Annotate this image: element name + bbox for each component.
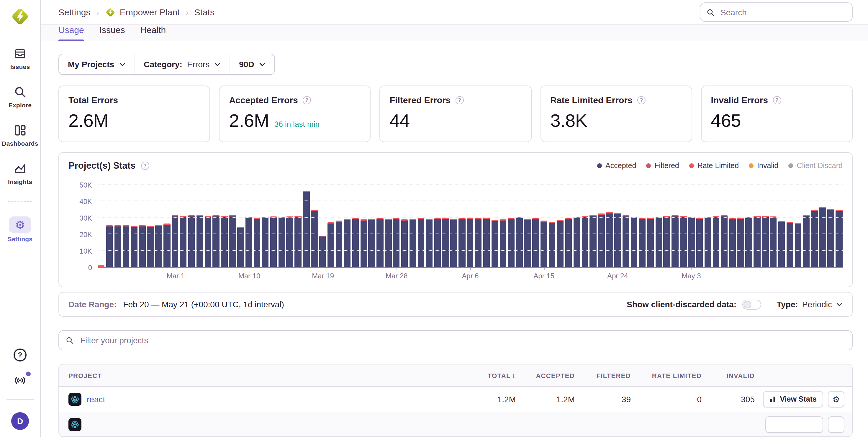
x-axis-tick	[323, 268, 324, 270]
date-period-dropdown[interactable]: 90D	[229, 54, 274, 74]
question-circle-icon[interactable]: ?	[456, 96, 464, 104]
tab-issues[interactable]: Issues	[99, 25, 125, 41]
bar-accepted-segment	[131, 227, 137, 267]
project-search-input[interactable]	[79, 335, 845, 345]
sidebar-item-label: Settings	[8, 235, 33, 242]
chart-bar	[262, 217, 269, 267]
bar-accepted-segment	[229, 216, 236, 267]
sidebar-item-settings[interactable]: ⚙ Settings	[0, 216, 40, 242]
chart-bar	[598, 213, 605, 267]
legend-item-rate-limited[interactable]: Rate Limited	[689, 162, 739, 170]
chart-bar	[565, 218, 572, 267]
chart-bar	[98, 265, 105, 267]
client-discard-toggle-label: Show client-discarded data:	[627, 300, 736, 309]
sidebar-item-explore[interactable]: Explore	[0, 85, 40, 108]
chart-y-axis: 010K20K30K40K50K	[68, 179, 98, 268]
bar-accepted-segment	[582, 217, 588, 267]
client-discard-toggle[interactable]	[742, 299, 761, 309]
y-axis-label: 30K	[80, 214, 92, 222]
chart-bar	[459, 218, 465, 267]
project-filter-label: My Projects	[68, 60, 114, 69]
category-dropdown[interactable]: Category: Errors	[134, 54, 229, 74]
sentry-logo-icon[interactable]	[10, 6, 30, 27]
bar-accepted-segment	[573, 218, 580, 267]
breadcrumb-settings[interactable]: Settings	[58, 7, 90, 17]
chart-bar	[672, 215, 679, 267]
bar-accepted-segment	[115, 227, 121, 267]
chart-bar	[549, 222, 556, 267]
x-axis-tick	[544, 268, 545, 270]
chart-bar	[803, 215, 810, 267]
bar-accepted-segment	[647, 219, 654, 267]
legend-item-accepted[interactable]: Accepted	[597, 162, 636, 170]
question-circle-icon[interactable]: ?	[303, 96, 311, 104]
cell-accepted: 1.2M	[516, 395, 575, 404]
chart-bar	[508, 218, 515, 267]
column-header-invalid[interactable]: INVALID	[702, 372, 755, 379]
bar-accepted-segment	[565, 220, 572, 267]
chart-bar	[483, 217, 490, 267]
legend-label: Rate Limited	[698, 162, 739, 170]
column-header-rate-limited[interactable]: RATE LIMITED	[631, 372, 702, 379]
global-search[interactable]	[700, 2, 852, 22]
chevron-right-icon: ›	[186, 7, 188, 17]
tab-health[interactable]: Health	[140, 25, 166, 41]
legend-item-invalid[interactable]: Invalid	[749, 162, 778, 170]
project-link[interactable]: react	[87, 395, 105, 404]
project-search[interactable]	[58, 330, 852, 350]
stats-chart: 010K20K30K40K50K	[68, 179, 843, 268]
chart-bar	[811, 210, 818, 267]
bar-accepted-segment	[721, 216, 727, 267]
chart-footer: Date Range: Feb 20 — May 21 (+00:00 UTC,…	[58, 292, 852, 317]
legend-dot-icon	[597, 163, 602, 168]
question-circle-icon[interactable]: ?	[773, 96, 781, 104]
bar-accepted-segment	[245, 218, 252, 267]
app-root: Issues Explore Dashboard	[0, 0, 868, 437]
help-circle-icon[interactable]: ?	[13, 348, 27, 362]
bar-accepted-segment	[369, 220, 375, 267]
gridline	[98, 250, 843, 250]
chart-bar	[426, 219, 433, 267]
chart-bar	[795, 223, 801, 267]
project-cell	[59, 418, 454, 431]
sort-descending-icon: ↓	[512, 371, 516, 379]
column-header-accepted[interactable]: ACCEPTED	[516, 372, 575, 379]
cell-invalid: 305	[702, 395, 755, 404]
legend-label: Filtered	[654, 162, 679, 170]
type-value: Periodic	[802, 300, 832, 309]
column-header-filtered[interactable]: FILTERED	[575, 372, 631, 379]
row-settings-button[interactable]	[828, 416, 844, 433]
type-dropdown[interactable]: Type: Periodic	[777, 300, 843, 309]
issues-inbox-icon	[13, 46, 27, 61]
x-axis-label: May 3	[682, 272, 701, 280]
tab-usage[interactable]: Usage	[58, 25, 84, 41]
bar-accepted-segment	[508, 220, 515, 267]
question-circle-icon[interactable]: ?	[141, 162, 149, 170]
view-stats-button[interactable]: View Stats	[763, 391, 823, 407]
bar-accepted-segment	[737, 219, 744, 267]
x-axis-tick	[691, 268, 692, 270]
bar-accepted-segment	[336, 222, 343, 267]
row-settings-button[interactable]: ⚙	[828, 391, 844, 407]
legend-item-filtered[interactable]: Filtered	[646, 162, 679, 170]
user-avatar[interactable]: D	[11, 412, 29, 430]
broadcast-button[interactable]	[13, 374, 27, 387]
chart-bar	[475, 218, 482, 267]
legend-item-client-discard[interactable]: Client Discard	[788, 162, 843, 170]
chart-bar	[352, 218, 359, 267]
question-circle-icon[interactable]: ?	[637, 96, 646, 104]
sidebar-item-insights[interactable]: Insights	[0, 162, 40, 185]
project-filter-dropdown[interactable]: My Projects	[59, 54, 134, 74]
sidebar-bottom: ? D	[6, 348, 34, 430]
view-stats-button[interactable]	[765, 416, 823, 433]
sidebar-item-issues[interactable]: Issues	[0, 46, 40, 70]
column-header-project[interactable]: PROJECT	[59, 372, 454, 379]
chart-bar	[106, 226, 113, 267]
column-header-total[interactable]: TOTAL↓	[454, 371, 516, 379]
breadcrumb-org[interactable]: Empower Plant	[105, 7, 180, 18]
bar-accepted-segment	[631, 218, 638, 267]
chart-bars	[98, 179, 843, 267]
search-input[interactable]	[719, 7, 846, 18]
sidebar-item-dashboards[interactable]: Dashboards	[0, 123, 40, 147]
bar-accepted-segment	[639, 220, 646, 267]
